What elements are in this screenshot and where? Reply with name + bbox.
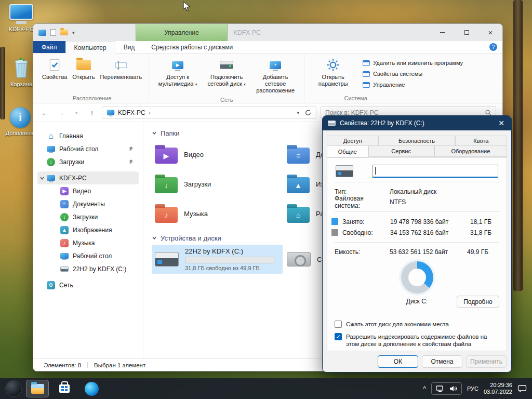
volume-icon — [449, 385, 457, 392]
network-drive-icon — [220, 57, 233, 73]
free-size: 31,8 ГБ — [470, 229, 502, 236]
details-button[interactable]: Подробно — [457, 296, 499, 308]
dropdown-arrow-icon: ▾ — [195, 82, 197, 87]
hidden-icons-chevron-icon[interactable]: ^ — [423, 385, 426, 392]
contextual-tab-header[interactable]: Управление — [136, 24, 228, 41]
qa-customize-chevron-icon[interactable]: ▾ — [72, 30, 75, 35]
taskbar-explorer-button[interactable] — [26, 380, 49, 397]
group-label-network: Сеть — [153, 96, 300, 104]
ok-button[interactable]: ОК — [378, 355, 418, 368]
separator — [335, 242, 499, 243]
manage-button[interactable]: Управление — [363, 80, 463, 89]
maximize-button[interactable] — [455, 24, 478, 41]
volume-label-input[interactable] — [372, 165, 498, 178]
window-title: KDFX-PC — [233, 24, 261, 41]
compress-checkbox[interactable] — [335, 321, 342, 328]
folder-tile-downloads[interactable]: ↓ Загрузки — [152, 169, 283, 198]
rename-button[interactable]: Переименовать — [98, 55, 145, 83]
sidebar-item-pictures[interactable]: ▲ Изображения — [37, 223, 139, 236]
cancel-button[interactable]: Отмена — [422, 355, 462, 368]
sidebar-item-documents[interactable]: ≡ Документы — [37, 197, 139, 210]
map-network-drive-button[interactable]: Подключить сетевой диск ▾ — [202, 55, 251, 90]
back-button[interactable]: ← — [39, 109, 51, 117]
help-icon[interactable]: ? — [489, 43, 497, 51]
folder-tile-videos[interactable]: ▶ Видео — [152, 140, 283, 169]
tab-tools[interactable]: Сервис — [368, 145, 434, 157]
notifications-icon[interactable] — [517, 384, 527, 393]
compress-checkbox-row[interactable]: Сжать этот диск для экономии места — [327, 321, 507, 328]
close-button[interactable]: × — [478, 24, 502, 41]
dialog-tabs: Доступ Безопасность Квота Общие Сервис О… — [327, 136, 507, 157]
sidebar-item-music[interactable]: ♪ Музыка — [37, 236, 139, 249]
general-tab-page: Тип: Локальный диск Файловая система: NT… — [327, 157, 507, 351]
sidebar-item-desktop[interactable]: Рабочий стол — [37, 142, 139, 155]
recent-locations-chevron-icon[interactable]: ▾ — [71, 110, 82, 115]
tab-computer[interactable]: Компьютер — [65, 41, 115, 54]
uninstall-program-button[interactable]: Удалить или изменить программу — [363, 58, 463, 68]
dialog-close-button[interactable]: ✕ — [491, 116, 511, 130]
uninstall-icon — [363, 60, 370, 66]
tab-hardware[interactable]: Оборудование — [434, 145, 507, 157]
apply-button[interactable]: Применить — [466, 355, 507, 368]
drive-name: 22H2 by KDFX (C:) — [185, 247, 274, 255]
breadcrumb[interactable]: KDFX-PC › ▾ — [102, 106, 316, 119]
network-icon — [436, 385, 444, 392]
tab-sharing[interactable]: Доступ — [327, 136, 378, 146]
type-label: Тип: — [335, 188, 390, 195]
system-properties-button[interactable]: Свойства системы — [363, 69, 463, 78]
refresh-icon[interactable] — [304, 109, 312, 116]
tray-indicators[interactable] — [431, 382, 462, 395]
index-checkbox[interactable] — [335, 333, 342, 340]
language-indicator[interactable]: РУС — [467, 385, 478, 392]
chevron-down-icon[interactable] — [39, 176, 45, 181]
tree-trunk — [513, 0, 523, 291]
media-access-button[interactable]: ▶ Доступ к мультимедиа ▾ — [153, 55, 202, 90]
open-settings-button[interactable]: Открыть параметры — [309, 55, 357, 89]
tab-drive-tools[interactable]: Средства работы с дисками — [143, 41, 241, 53]
sidebar-item-home[interactable]: ⌂ Главная — [37, 129, 139, 142]
explorer-logo-icon — [38, 30, 46, 36]
address-dropdown-icon[interactable]: ▾ — [297, 110, 299, 115]
qa-new-folder-icon[interactable] — [60, 30, 68, 35]
add-network-location-button[interactable]: + Добавить сетевое расположение — [251, 55, 300, 96]
qa-properties-icon[interactable] — [50, 29, 56, 36]
index-checkbox-row[interactable]: Разрешить индексировать содержимое файло… — [327, 333, 507, 348]
tab-general[interactable]: Общие — [327, 145, 368, 157]
system-properties-icon — [363, 71, 370, 77]
up-button[interactable]: ↑ — [86, 109, 98, 117]
tab-quota[interactable]: Квота — [455, 136, 507, 146]
forward-button[interactable]: → — [55, 109, 66, 117]
pin-icon — [128, 159, 134, 165]
taskbar-store-button[interactable] — [53, 380, 76, 397]
desktop-icon — [47, 146, 55, 152]
home-icon: ⌂ — [47, 132, 55, 140]
sidebar-item-downloads[interactable]: ↓ Загрузки — [37, 210, 139, 223]
sidebar-item-drive-c[interactable]: 22H2 by KDFX (C:) — [37, 262, 139, 275]
free-space-swatch — [331, 229, 338, 236]
dialog-title: Свойства: 22H2 by KDFX (C:) — [340, 119, 424, 127]
sidebar-item-this-pc[interactable]: KDFX-PC — [37, 171, 139, 184]
sidebar-item-downloads[interactable]: ↓ Загрузки — [37, 155, 139, 168]
tab-view[interactable]: Вид — [115, 41, 143, 53]
tab-security[interactable]: Безопасность — [378, 136, 455, 146]
folder-tile-music[interactable]: ♪ Музыка — [152, 199, 283, 228]
taskbar-edge-button[interactable] — [80, 380, 103, 397]
start-button[interactable] — [5, 380, 22, 397]
clock[interactable]: 20:29:36 03.07.2022 — [484, 382, 512, 395]
rename-icon — [114, 57, 128, 73]
properties-button[interactable]: Свойства — [39, 55, 70, 83]
drive-tile-c[interactable]: 22H2 by KDFX (C:) 31,8 ГБ свободно из 49… — [152, 245, 283, 274]
sidebar-item-desktop[interactable]: Рабочий стол — [37, 249, 139, 262]
separator — [335, 211, 499, 212]
desktop-folder-icon: ⌂ — [287, 207, 310, 223]
open-button[interactable]: Открыть — [70, 55, 97, 83]
network-icon: ⊕ — [47, 281, 55, 289]
minimize-button[interactable] — [431, 24, 455, 41]
recycle-bin-icon — [11, 55, 32, 79]
breadcrumb-item[interactable]: KDFX-PC — [118, 109, 145, 116]
sidebar-item-network[interactable]: ⊕ Сеть — [37, 278, 139, 291]
desktop-icon-label: KDFX-PC — [9, 26, 34, 33]
sidebar-item-videos[interactable]: ▶ Видео — [37, 184, 139, 197]
tab-file[interactable]: Файл — [33, 41, 65, 53]
downloads-folder-icon: ↓ — [155, 177, 178, 193]
